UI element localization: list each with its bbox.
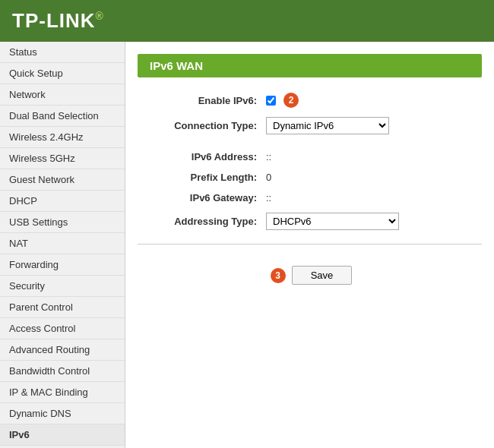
sidebar: StatusQuick SetupNetworkDual Band Select…	[0, 42, 125, 448]
header: TP-LINK®	[0, 0, 494, 42]
main-content: IPv6 WAN Enable IPv6: 2 Connection Type:…	[125, 42, 494, 448]
sidebar-item-wireless-5[interactable]: Wireless 5GHz	[0, 148, 125, 169]
addressing-type-row: Addressing Type: DHCPv6SLAAC+RDNSSSLAAC+…	[148, 213, 471, 230]
sidebar-item-ipv6[interactable]: IPv6	[0, 424, 125, 446]
sidebar-item-ip-mac-binding[interactable]: IP & MAC Binding	[0, 382, 125, 403]
sidebar-item-bandwidth-control[interactable]: Bandwidth Control	[0, 361, 125, 382]
connection-type-value: Dynamic IPv6Static IPv6PPPoEv6Tunnel 6to…	[266, 117, 389, 134]
addressing-type-label: Addressing Type:	[148, 216, 266, 227]
sidebar-item-usb-settings[interactable]: USB Settings	[0, 212, 125, 233]
ipv6-gateway-row: IPv6 Gateway: ::	[148, 192, 471, 203]
sidebar-item-status[interactable]: Status	[0, 42, 125, 63]
sidebar-item-quick-setup[interactable]: Quick Setup	[0, 63, 125, 84]
addressing-type-value: DHCPv6SLAAC+RDNSSSLAAC+Stateless DHCP	[266, 213, 399, 230]
save-area: 3 Save	[125, 258, 494, 292]
logo: TP-LINK®	[12, 9, 104, 33]
save-button[interactable]: Save	[292, 266, 353, 285]
enable-ipv6-value: 2	[266, 93, 299, 108]
sidebar-item-network[interactable]: Network	[0, 84, 125, 106]
addressing-type-select[interactable]: DHCPv6SLAAC+RDNSSSLAAC+Stateless DHCP	[266, 213, 399, 230]
connection-type-label: Connection Type:	[148, 120, 266, 131]
sidebar-item-dual-band[interactable]: Dual Band Selection	[0, 106, 125, 127]
sidebar-item-guest-network[interactable]: Guest Network	[0, 169, 125, 191]
enable-ipv6-label: Enable IPv6:	[148, 95, 266, 106]
sidebar-item-advanced-routing[interactable]: Advanced Routing	[0, 339, 125, 361]
ipv6-gateway-label: IPv6 Gateway:	[148, 192, 266, 203]
form-area: Enable IPv6: 2 Connection Type: Dynamic …	[125, 93, 494, 230]
sidebar-item-parent-control[interactable]: Parent Control	[0, 297, 125, 318]
ipv6-address-row: IPv6 Address: ::	[148, 151, 471, 162]
badge-3: 3	[271, 268, 286, 283]
sidebar-item-forwarding[interactable]: Forwarding	[0, 254, 125, 276]
prefix-length-row: Prefix Length: 0	[148, 172, 471, 183]
prefix-length-label: Prefix Length:	[148, 172, 266, 183]
enable-ipv6-row: Enable IPv6: 2	[148, 93, 471, 108]
connection-type-row: Connection Type: Dynamic IPv6Static IPv6…	[148, 117, 471, 134]
ipv6-address-label: IPv6 Address:	[148, 151, 266, 162]
layout: StatusQuick SetupNetworkDual Band Select…	[0, 42, 494, 448]
sidebar-item-nat[interactable]: NAT	[0, 233, 125, 254]
section-title: IPv6 WAN	[138, 54, 482, 77]
enable-ipv6-checkbox[interactable]	[266, 96, 276, 106]
sidebar-item-access-control[interactable]: Access Control	[0, 318, 125, 339]
connection-type-select[interactable]: Dynamic IPv6Static IPv6PPPoEv6Tunnel 6to…	[266, 117, 389, 134]
ipv6-address-value: ::	[266, 151, 271, 162]
sidebar-item-dhcp[interactable]: DHCP	[0, 191, 125, 212]
sidebar-item-wireless-24[interactable]: Wireless 2.4GHz	[0, 127, 125, 148]
badge-2: 2	[283, 93, 299, 108]
divider	[138, 244, 482, 245]
sidebar-item-dynamic-dns[interactable]: Dynamic DNS	[0, 403, 125, 424]
sidebar-item-security[interactable]: Security	[0, 276, 125, 297]
prefix-length-value: 0	[266, 172, 271, 183]
ipv6-gateway-value: ::	[266, 192, 271, 203]
